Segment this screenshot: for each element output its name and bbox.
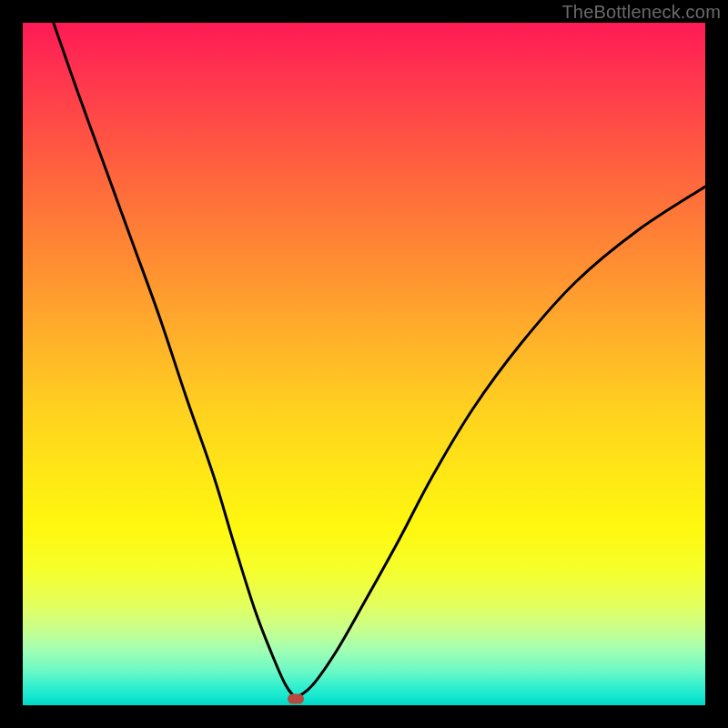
curve-layer	[23, 23, 705, 705]
chart-frame: TheBottleneck.com	[0, 0, 728, 728]
branding-watermark: TheBottleneck.com	[561, 2, 721, 23]
minimum-marker	[288, 693, 304, 703]
plot-area	[23, 23, 705, 705]
curve-right-branch	[296, 187, 705, 699]
curve-left-branch	[54, 23, 296, 699]
